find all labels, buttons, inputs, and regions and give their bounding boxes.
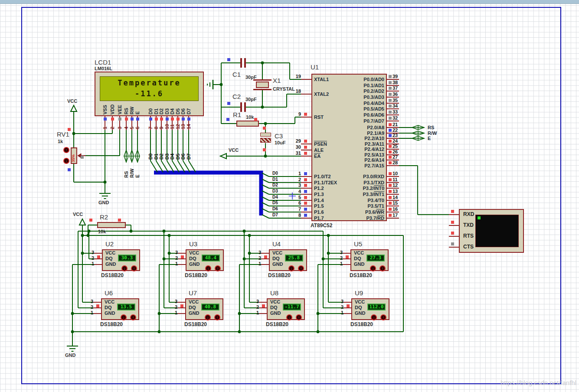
pin-state-square — [389, 140, 392, 143]
crystal-body[interactable] — [256, 82, 269, 88]
sensor-decrease-button[interactable]: ↓ — [370, 265, 376, 271]
lcd-pin-number: 6 — [135, 127, 140, 129]
sensor-decrease-button[interactable]: ↓ — [286, 314, 292, 320]
sensor-pin-name: VCC — [354, 250, 364, 255]
junction-dot — [104, 181, 107, 184]
sensor-increase-button[interactable]: ↑ — [215, 265, 221, 271]
mcu-pin-name: P3.2/INT0 — [312, 186, 384, 191]
pin-state-square — [304, 113, 307, 116]
mcu-part-label: AT89C52 — [311, 222, 332, 229]
mcu-pin-number: 29 — [286, 138, 301, 144]
c2-ref-label: C2 — [232, 93, 241, 100]
sensor-decrease-button[interactable]: ↓ — [205, 314, 211, 320]
pin-state-square — [149, 118, 152, 121]
mcu-pin-number: 35 — [393, 98, 398, 103]
sensor-pin-name: DQ — [105, 305, 112, 310]
mcu-pin-number: 7 — [286, 206, 301, 212]
mcu-pin-name: P2.7/A15 — [312, 163, 384, 168]
vcc-arrow — [71, 105, 77, 111]
junction-dot — [163, 230, 166, 233]
sensor-pin-number: 2 — [336, 255, 343, 261]
gnd-label: GND — [65, 353, 75, 358]
sensor-pin-number: 1 — [336, 261, 343, 266]
sensor-decrease-button[interactable]: ↓ — [288, 265, 294, 271]
mcu-pin-number: 5 — [286, 195, 301, 200]
pin-state-square — [389, 111, 392, 114]
mcu-pin-number: 18 — [286, 88, 301, 94]
mcu-pin-name: P2.4/A12 — [312, 147, 384, 152]
mcu-pin-name: P0.0/AD0 — [312, 77, 384, 82]
mcu-pin-name: P2.0/A8 — [312, 125, 384, 130]
sensor-increase-button[interactable]: ↑ — [296, 314, 302, 320]
lcd-pin-name: D3 — [164, 108, 170, 114]
sensor-increase-button[interactable]: ↑ — [131, 265, 137, 271]
sensor-pin-number: 1 — [171, 261, 178, 266]
pin-state-square — [451, 210, 454, 213]
pin-state-square — [136, 118, 139, 121]
junction-dot — [88, 230, 91, 233]
lcd-pin-number: 4 — [124, 127, 129, 129]
lcd-pin-number: 11 — [170, 124, 175, 129]
mcu-pin-number: 2 — [286, 177, 301, 182]
c2-plate[interactable] — [240, 102, 242, 112]
junction-dot — [317, 312, 320, 315]
c1-plate[interactable] — [244, 58, 246, 68]
mcu-pin-number: 36 — [393, 91, 398, 97]
sensor-increase-button[interactable]: ↑ — [298, 265, 304, 271]
mcu-pin-number: 12 — [393, 183, 398, 188]
mcu-pin-number: 34 — [393, 103, 398, 108]
bus-label: D5 — [272, 200, 278, 206]
sensor-decrease-button[interactable]: ↓ — [121, 314, 127, 320]
c2-plate[interactable] — [244, 102, 246, 112]
pin-state-square — [304, 184, 307, 187]
pin-state-square — [389, 214, 392, 217]
pin-state-square — [389, 178, 392, 181]
pot-value-label: 1k — [58, 139, 63, 144]
sensor-ref-label: U3 — [189, 240, 197, 248]
c3-plate[interactable] — [260, 138, 271, 143]
junction-dot — [317, 330, 320, 333]
pot-decrease-button[interactable]: ↓ — [63, 158, 69, 164]
c1-plate[interactable] — [240, 58, 242, 68]
junction-dot — [238, 312, 241, 315]
sensor-pin-number: 2 — [254, 255, 261, 261]
r2-body[interactable] — [97, 222, 126, 228]
lcd-pin-number: 7 — [148, 127, 153, 129]
pin-state-square — [264, 255, 267, 258]
sensor-decrease-button[interactable]: ↓ — [205, 265, 211, 271]
pot-increase-button[interactable]: ↑ — [63, 147, 69, 153]
pin-state-square — [155, 118, 158, 121]
c3-state-square — [263, 148, 266, 151]
mcu-pin-number: 22 — [393, 127, 398, 133]
r1-body[interactable] — [236, 121, 259, 127]
sensor-increase-button[interactable]: ↑ — [214, 314, 220, 320]
pin-state-square — [304, 190, 307, 193]
sensor-pin-name: DQ — [270, 305, 278, 310]
sensor-increase-button[interactable]: ↑ — [130, 314, 136, 320]
sensor-pin-number: 1 — [170, 310, 177, 315]
c3-plate[interactable] — [260, 133, 271, 137]
sensor-pin-name: VCC — [270, 299, 280, 304]
pin-state-square — [177, 118, 180, 121]
bus-label: D1 — [272, 177, 278, 182]
c1-state-square — [227, 58, 230, 61]
sensor-decrease-button[interactable]: ↓ — [121, 265, 128, 271]
sensor-decrease-button[interactable]: ↓ — [371, 314, 377, 320]
bus-label: D6 — [272, 206, 278, 212]
pin-state-square — [389, 105, 392, 108]
sensor-pin-name: DQ — [272, 256, 280, 261]
pot-percent-label: 35% — [71, 154, 76, 162]
lcd-part-label: LM016L — [95, 66, 112, 71]
sensor-increase-button[interactable]: ↑ — [379, 265, 386, 271]
mcu-pin-number: 32 — [393, 115, 398, 121]
mcu-ref-label: U1 — [311, 63, 319, 71]
sensor-increase-button[interactable]: ↑ — [380, 314, 386, 320]
pot-state-square — [68, 128, 71, 131]
pin-state-square — [389, 172, 392, 175]
bus-label: D5 — [175, 154, 180, 160]
pin-state-square — [389, 123, 392, 126]
wire-segment — [189, 161, 196, 172]
lcd-pin-number: 12 — [175, 124, 180, 129]
pin-state-square — [304, 196, 307, 199]
sensor-ref-label: U6 — [105, 289, 113, 297]
